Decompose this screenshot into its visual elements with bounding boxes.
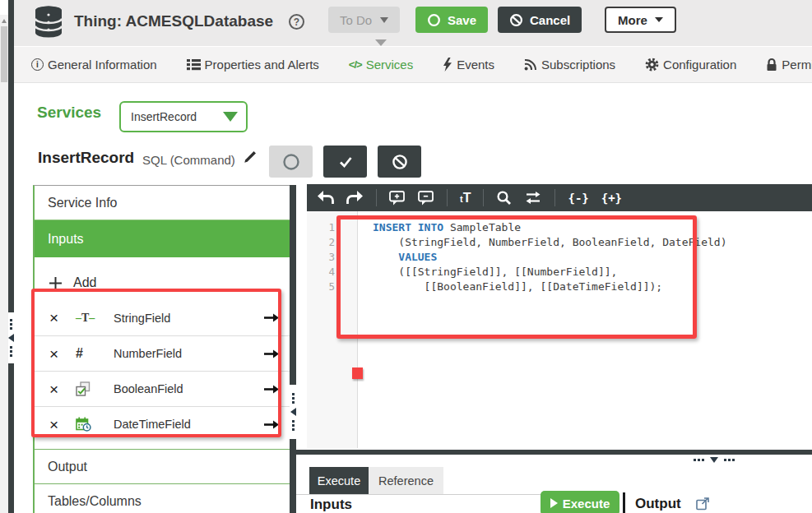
tab-reference[interactable]: Reference xyxy=(369,467,443,495)
field-name: NumberField xyxy=(114,347,263,360)
editor-body[interactable]: 12345 INSERT INTO SampleTable (StringFie… xyxy=(307,211,812,448)
sidebar-item-label: Inputs xyxy=(48,232,84,247)
circle-icon xyxy=(427,13,441,27)
field-type-icon-wrap: –T– xyxy=(76,312,114,325)
undo-icon-button[interactable] xyxy=(317,191,334,205)
open-in-new-window-icon[interactable] xyxy=(696,497,710,513)
execute-label: Execute xyxy=(563,497,610,511)
code-line: ([[StringField]], [[NumberField]], xyxy=(373,265,726,280)
input-field-list: ×–T–StringField×#NumberField×BooleanFiel… xyxy=(35,300,290,441)
status-dropdown[interactable]: To Do xyxy=(328,7,400,33)
code-line: (StringField, NumberField, BooleanField,… xyxy=(373,235,726,250)
remove-field-icon[interactable]: × xyxy=(49,381,76,397)
execute-inputs-title: Inputs xyxy=(310,497,352,513)
chevron-down-icon xyxy=(223,112,238,122)
field-name: BooleanField xyxy=(114,382,263,395)
tab-properties-and-alerts[interactable]: Properties and Alerts xyxy=(187,58,319,72)
execute-button[interactable]: Execute xyxy=(541,491,619,513)
bottom-splitter-handle[interactable] xyxy=(694,457,735,463)
field-name: StringField xyxy=(114,312,263,325)
remove-field-icon[interactable]: × xyxy=(49,310,76,326)
sidebar-item-inputs[interactable]: Inputs xyxy=(35,220,290,257)
font-size-icon-button[interactable]: tT xyxy=(460,191,471,206)
comment-add-icon-button[interactable] xyxy=(389,191,406,206)
save-button[interactable]: Save xyxy=(415,7,488,33)
fold-icon-button[interactable]: {+} xyxy=(601,192,622,205)
collapse-left-icon[interactable] xyxy=(290,408,296,416)
sql-code-editor: tT{-}{+} 12345 INSERT INTO SampleTable (… xyxy=(307,184,812,448)
toolbar-separator xyxy=(447,189,448,206)
sidebar-item-tables-columns[interactable]: Tables/Columns xyxy=(35,483,290,513)
discard-button[interactable] xyxy=(378,146,421,178)
left-panel-splitter[interactable] xyxy=(8,0,14,513)
grip-dots-icon xyxy=(694,459,704,461)
service-select-dropdown[interactable]: InsertRecord xyxy=(119,101,248,132)
left-splitter-collapse-handle[interactable] xyxy=(8,312,14,363)
tab-general-information[interactable]: iGeneral Information xyxy=(31,58,157,72)
goto-field-arrow-icon[interactable] xyxy=(263,384,280,395)
record-button[interactable] xyxy=(269,146,313,178)
tab-execute[interactable]: Execute xyxy=(309,467,369,495)
help-icon[interactable]: ? xyxy=(289,14,304,30)
lock-icon xyxy=(766,58,777,72)
input-field-row[interactable]: ×–T–StringField xyxy=(35,300,290,335)
grip-dots-icon xyxy=(724,459,735,461)
goto-field-arrow-icon[interactable] xyxy=(263,419,280,430)
tab-services[interactable]: </>Services xyxy=(349,58,413,72)
service-type-label: SQL (Command) xyxy=(142,153,235,167)
string-type-icon: –T– xyxy=(76,312,95,325)
tab-events[interactable]: Events xyxy=(443,58,494,72)
remove-field-icon[interactable]: × xyxy=(49,417,76,432)
replace-icon-button[interactable] xyxy=(524,191,542,205)
info-icon: i xyxy=(31,58,44,71)
goto-field-arrow-icon[interactable] xyxy=(263,312,280,323)
redo-icon-button[interactable] xyxy=(346,191,364,205)
play-icon xyxy=(550,498,558,508)
grip-dots-icon xyxy=(10,319,12,330)
input-field-row[interactable]: ×#NumberField xyxy=(35,335,290,371)
editor-splitter[interactable] xyxy=(290,185,296,513)
code-line: INSERT INTO SampleTable xyxy=(373,220,726,235)
bottom-panel-splitter[interactable] xyxy=(296,450,812,455)
divider xyxy=(296,494,541,495)
entity-tab-bar: iGeneral InformationProperties and Alert… xyxy=(14,46,812,83)
tab-label: Execute xyxy=(318,474,360,488)
cancel-label: Cancel xyxy=(530,13,570,27)
browser-scrollbar[interactable] xyxy=(0,0,8,513)
replace-icon xyxy=(524,191,542,205)
comment-remove-icon-button[interactable] xyxy=(418,191,434,206)
splitter-collapse-handle[interactable] xyxy=(290,385,296,439)
goto-field-arrow-icon[interactable] xyxy=(263,349,280,359)
number-type-icon: # xyxy=(76,346,83,361)
add-input-button[interactable]: Add xyxy=(35,271,290,294)
comment-remove-icon xyxy=(418,191,434,206)
tab-configuration[interactable]: Configuration xyxy=(645,58,736,72)
sidebar-item-output[interactable]: Output xyxy=(35,449,290,483)
scroll-up-arrow-icon[interactable] xyxy=(2,19,7,23)
sidebar-item-service-info[interactable]: Service Info xyxy=(35,186,290,220)
grip-dots-icon xyxy=(10,346,12,357)
collapse-left-icon[interactable] xyxy=(8,334,14,342)
input-field-row[interactable]: ×BooleanField xyxy=(35,371,290,406)
tab-subscriptions[interactable]: Subscriptions xyxy=(524,58,615,72)
line-number: 4 xyxy=(307,265,335,280)
services-section-title: Services xyxy=(37,104,101,122)
collapse-down-icon[interactable] xyxy=(710,457,718,463)
sidebar-item-label: Tables/Columns xyxy=(48,494,142,509)
search-icon-button[interactable] xyxy=(496,190,512,206)
tab-label: Events xyxy=(457,58,494,72)
sidebar-item-label: Service Info xyxy=(48,196,117,210)
more-dropdown[interactable]: More xyxy=(605,7,676,33)
remove-field-icon[interactable]: × xyxy=(49,346,76,362)
edit-pencil-icon[interactable] xyxy=(243,150,258,168)
input-field-row[interactable]: ×DateTimeField xyxy=(35,406,290,441)
no-entry-icon xyxy=(509,13,523,27)
unfold-icon-button[interactable]: {-} xyxy=(568,192,588,205)
tab-permissions[interactable]: Permissions xyxy=(766,58,812,72)
confirm-button[interactable] xyxy=(323,146,367,178)
code-line: VALUES xyxy=(373,250,726,265)
fold-icon: {+} xyxy=(601,192,622,205)
sql-code-text[interactable]: INSERT INTO SampleTable (StringField, Nu… xyxy=(373,220,726,294)
cancel-button[interactable]: Cancel xyxy=(498,7,582,33)
scrollbar-thumb[interactable] xyxy=(1,26,7,82)
